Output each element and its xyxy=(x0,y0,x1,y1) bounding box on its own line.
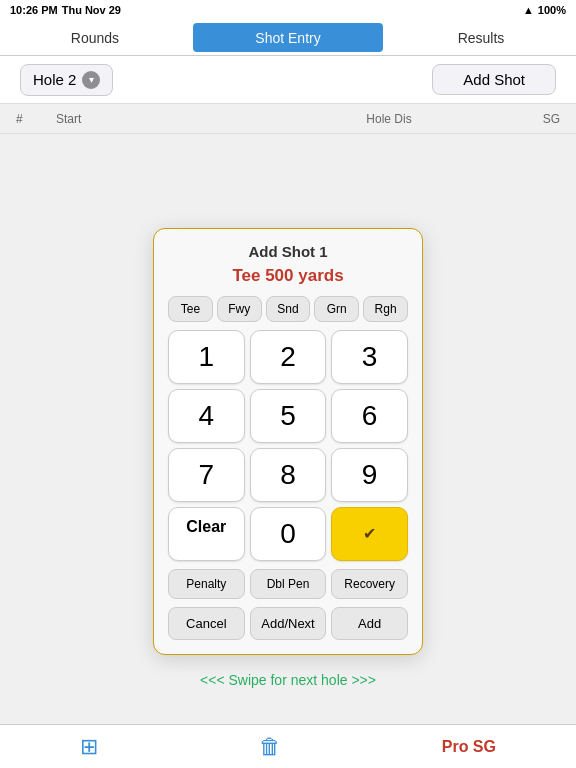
tab-bar: Rounds Shot Entry Results xyxy=(0,20,576,56)
num-btn-5[interactable]: 5 xyxy=(250,389,327,443)
checkmark-icon: ✔ xyxy=(356,520,384,548)
hole-selector[interactable]: Hole 2 ▾ xyxy=(20,64,113,96)
content-area: Add Shot 1 Tee 500 yards Tee Fwy Snd Grn… xyxy=(0,134,576,748)
add-shot-modal: Add Shot 1 Tee 500 yards Tee Fwy Snd Grn… xyxy=(153,228,423,655)
shot-type-fwy[interactable]: Fwy xyxy=(217,296,262,322)
col-header-hole-dis: Hole Dis xyxy=(278,112,500,126)
recovery-button[interactable]: Recovery xyxy=(331,569,408,599)
modal-subtitle: Tee 500 yards xyxy=(168,266,408,286)
pro-sg-button[interactable]: Pro SG xyxy=(442,738,496,756)
tab-shot-entry[interactable]: Shot Entry xyxy=(193,23,383,52)
num-btn-3[interactable]: 3 xyxy=(331,330,408,384)
num-btn-7[interactable]: 7 xyxy=(168,448,245,502)
num-btn-4[interactable]: 4 xyxy=(168,389,245,443)
help-icon[interactable]: ⊞ xyxy=(80,734,98,760)
num-btn-1[interactable]: 1 xyxy=(168,330,245,384)
num-btn-6[interactable]: 6 xyxy=(331,389,408,443)
shot-type-snd[interactable]: Snd xyxy=(266,296,311,322)
confirm-button[interactable]: ✔ xyxy=(331,507,408,561)
status-time: 10:26 PM xyxy=(10,4,58,16)
shot-type-grn[interactable]: Grn xyxy=(314,296,359,322)
add-next-button[interactable]: Add/Next xyxy=(250,607,327,640)
trash-icon[interactable]: 🗑 xyxy=(259,734,281,760)
clear-button[interactable]: Clear xyxy=(168,507,245,561)
shot-type-rgh[interactable]: Rgh xyxy=(363,296,408,322)
penalty-button[interactable]: Penalty xyxy=(168,569,245,599)
num-btn-2[interactable]: 2 xyxy=(250,330,327,384)
bottom-row: Cancel Add/Next Add xyxy=(168,607,408,640)
modal-title: Add Shot 1 xyxy=(168,243,408,260)
shot-type-tee[interactable]: Tee xyxy=(168,296,213,322)
battery-status: 100% xyxy=(538,4,566,16)
action-row: Penalty Dbl Pen Recovery xyxy=(168,569,408,599)
hole-chevron-icon: ▾ xyxy=(82,71,100,89)
modal-overlay: Add Shot 1 Tee 500 yards Tee Fwy Snd Grn… xyxy=(0,134,576,748)
hole-row: Hole 2 ▾ Add Shot xyxy=(0,56,576,104)
tab-rounds[interactable]: Rounds xyxy=(0,20,190,55)
hole-label: Hole 2 xyxy=(33,71,76,88)
status-day: Thu Nov 29 xyxy=(62,4,121,16)
cancel-button[interactable]: Cancel xyxy=(168,607,245,640)
numpad: 1 2 3 4 5 6 7 8 9 Clear 0 ✔ xyxy=(168,330,408,561)
col-header-sg: SG xyxy=(500,112,560,126)
add-button[interactable]: Add xyxy=(331,607,408,640)
col-header-num: # xyxy=(16,112,56,126)
column-headers: # Start Hole Dis SG xyxy=(0,104,576,134)
bottom-toolbar: ⊞ 🗑 Pro SG xyxy=(0,724,576,768)
add-shot-button[interactable]: Add Shot xyxy=(432,64,556,95)
wifi-icon: ▲ xyxy=(523,4,534,16)
col-header-start: Start xyxy=(56,112,278,126)
status-bar: 10:26 PM Thu Nov 29 ▲ 100% xyxy=(0,0,576,20)
shot-types-row: Tee Fwy Snd Grn Rgh xyxy=(168,296,408,322)
num-btn-0[interactable]: 0 xyxy=(250,507,327,561)
dbl-pen-button[interactable]: Dbl Pen xyxy=(250,569,327,599)
num-btn-8[interactable]: 8 xyxy=(250,448,327,502)
tab-results[interactable]: Results xyxy=(386,20,576,55)
swipe-hint: <<< Swipe for next hole >>> xyxy=(0,672,576,688)
num-btn-9[interactable]: 9 xyxy=(331,448,408,502)
